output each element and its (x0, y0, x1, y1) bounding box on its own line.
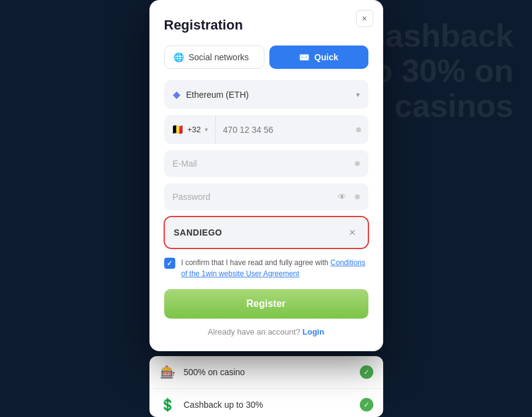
eye-icon[interactable]: 👁 (338, 192, 346, 202)
social-icon: 🌐 (173, 52, 184, 62)
flag-icon: 🇧🇪 (172, 124, 184, 135)
cashback-bonus-label: Cashback up to 30% (184, 400, 352, 410)
agree-text: I confirm that I have read and fully agr… (181, 257, 368, 279)
chevron-down-icon: ▾ (356, 90, 360, 99)
modal-overlay: × Registration 🌐 Social networks ✉️ Quic… (0, 0, 532, 417)
bonus-item-casino: 🎰 500% on casino ✓ (149, 356, 383, 389)
bonus-bar: 🎰 500% on casino ✓ 💲 Cashback up to 30% … (149, 356, 383, 417)
casino-icon: 🎰 (159, 365, 177, 379)
country-code-value: +32 (188, 125, 201, 134)
agree-checkbox[interactable]: ✓ (164, 258, 175, 269)
username-field-row: ✕ (164, 216, 368, 248)
country-code-selector[interactable]: 🇧🇪 +32 ▾ (164, 115, 216, 144)
email-field-row (164, 150, 368, 177)
login-row: Already have an account? Login (164, 327, 368, 336)
clear-username-button[interactable]: ✕ (346, 226, 359, 239)
phone-required-dot (356, 127, 361, 132)
crypto-dropdown[interactable]: ◆ Ethereum (ETH) ▾ (164, 80, 368, 109)
checkmark-icon: ✓ (167, 260, 172, 268)
crypto-value: Ethereum (ETH) (186, 90, 350, 100)
phone-chevron-icon: ▾ (205, 126, 208, 133)
quick-tab-label: Quick (314, 52, 338, 62)
password-input[interactable] (173, 192, 332, 202)
email-input[interactable] (173, 159, 349, 169)
eth-icon: ◆ (173, 89, 180, 100)
phone-input[interactable] (216, 116, 356, 143)
cashback-check-icon: ✓ (360, 398, 373, 411)
register-button[interactable]: Register (164, 289, 368, 319)
social-networks-tab[interactable]: 🌐 Social networks (164, 46, 264, 69)
login-prompt-text: Already have an account? (208, 327, 300, 336)
email-tab-icon: ✉️ (299, 52, 309, 62)
tab-row: 🌐 Social networks ✉️ Quick (164, 46, 368, 69)
registration-modal: × Registration 🌐 Social networks ✉️ Quic… (149, 0, 383, 351)
agree-row: ✓ I confirm that I have read and fully a… (164, 257, 368, 279)
bonus-item-cashback: 💲 Cashback up to 30% ✓ (149, 389, 383, 417)
quick-tab[interactable]: ✉️ Quick (269, 46, 368, 69)
phone-field: 🇧🇪 +32 ▾ (164, 115, 368, 144)
password-field-row: 👁 (164, 183, 368, 210)
cashback-icon: 💲 (159, 397, 177, 412)
social-tab-label: Social networks (189, 52, 249, 62)
password-required-dot (355, 194, 360, 199)
login-link[interactable]: Login (303, 327, 324, 336)
casino-bonus-label: 500% on casino (184, 367, 352, 377)
close-button[interactable]: × (356, 10, 373, 27)
casino-check-icon: ✓ (360, 365, 373, 379)
username-input[interactable] (174, 228, 340, 237)
modal-title: Registration (164, 17, 368, 33)
email-required-dot (355, 161, 360, 166)
